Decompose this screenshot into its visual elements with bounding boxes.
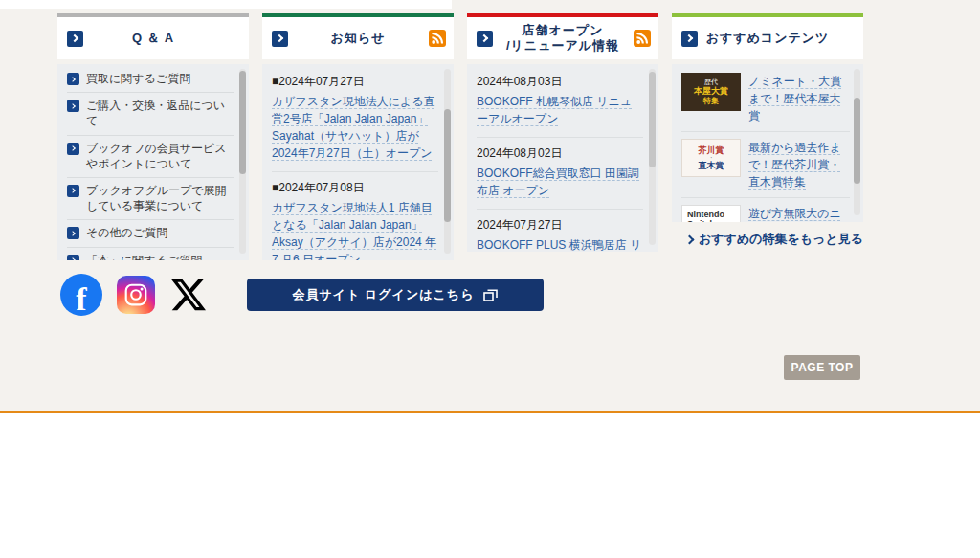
- qa-title: Q ＆ A: [57, 31, 249, 46]
- recommended-link[interactable]: 遊び方無限大のニンテンドースイッチソフト特集: [748, 205, 850, 222]
- news-date: ■2024年07月08日: [272, 180, 438, 196]
- page: Q ＆ A 買取に関するご質問 ご購入・交換・返品について ブックオフの会員サー…: [0, 0, 980, 558]
- scrollbar-thumb[interactable]: [854, 98, 860, 184]
- store-info-title: 店舗オープン /リニューアル情報: [467, 23, 658, 55]
- store-info-link[interactable]: BOOKOFF PLUS 横浜鴨居店 リニューアルオープン: [477, 236, 643, 252]
- chevron-right-icon: [67, 227, 79, 239]
- page-top-button[interactable]: PAGE TOP: [784, 355, 860, 380]
- footer: BOOK•OFF Group サイトマップ ブックオフグループホールディングス株…: [0, 413, 980, 558]
- chevron-right-icon: [685, 235, 695, 245]
- rss-icon[interactable]: [634, 30, 651, 51]
- top-white-strip: [0, 0, 452, 9]
- qa-link[interactable]: ご購入・交換・返品について: [67, 93, 234, 135]
- recommended-header[interactable]: おすすめコンテンツ: [672, 17, 863, 59]
- store-info-date: 2024年08月02日: [477, 145, 643, 162]
- external-link-icon: [483, 289, 498, 301]
- store-info-header[interactable]: 店舗オープン /リニューアル情報: [467, 17, 658, 59]
- store-info-link[interactable]: BOOKOFF 札幌琴似店 リニューアルオープン: [477, 93, 643, 127]
- x-icon[interactable]: [169, 276, 208, 314]
- panel-recommended: おすすめコンテンツ 歴代 本屋大賞 特集 ノミネート・大賞まで！歴代本屋大賞 芥…: [672, 13, 863, 260]
- store-info-list: 2024年08月03日 BOOKOFF 札幌琴似店 リニューアルオープン 202…: [467, 64, 658, 252]
- news-item: ■2024年07月27日 カザフスタン現地法人による直営2号店「Jalan Ja…: [272, 66, 438, 172]
- news-item: ■2024年07月08日 カザフスタン現地法人1 店舗目となる「Jalan Ja…: [272, 172, 438, 260]
- social-links: f: [60, 274, 208, 316]
- scrollbar-thumb[interactable]: [444, 109, 451, 222]
- qa-link[interactable]: ブックオフの会員サービスやポイントについて: [67, 136, 234, 178]
- member-login-button[interactable]: 会員サイト ログインはこちら: [247, 279, 544, 311]
- recommended-title: おすすめコンテンツ: [672, 31, 863, 46]
- store-info-item: 2024年07月27日 BOOKOFF PLUS 横浜鴨居店 リニューアルオープ…: [477, 210, 643, 252]
- panel-news: お知らせ ■2024年07月27日 カザフスタン現地法人による直営2号店「Jal…: [262, 13, 454, 260]
- recommended-item: Nintendo Switch ソフト 遊び方無限大のニンテンドースイッチソフト…: [681, 198, 850, 222]
- chevron-right-icon: [67, 73, 79, 85]
- chevron-right-icon: [681, 31, 698, 47]
- recommended-link[interactable]: ノミネート・大賞まで！歴代本屋大賞: [748, 73, 850, 124]
- news-link[interactable]: カザフスタン現地法人による直営2号店「Jalan Jalan Japan」Say…: [272, 93, 438, 162]
- news-date: ■2024年07月27日: [272, 74, 438, 90]
- store-info-item: 2024年08月02日 BOOKOFF総合買取窓口 田園調布店 オープン: [477, 138, 643, 210]
- panel-qa: Q ＆ A 買取に関するご質問 ご購入・交換・返品について ブックオフの会員サー…: [57, 13, 249, 260]
- thumbnail-nintendo-switch[interactable]: Nintendo Switch ソフト: [681, 205, 741, 222]
- recommended-item: 芥川賞 ・ 直木賞 最新から過去作まで！歴代芥川賞・直木賞特集: [681, 132, 850, 198]
- store-info-link[interactable]: BOOKOFF総合買取窓口 田園調布店 オープン: [477, 165, 643, 199]
- store-info-item: 2024年08月03日 BOOKOFF 札幌琴似店 リニューアルオープン: [477, 66, 643, 138]
- recommended-list: 歴代 本屋大賞 特集 ノミネート・大賞まで！歴代本屋大賞 芥川賞 ・ 直木賞 最…: [672, 64, 863, 222]
- scrollbar-track[interactable]: [649, 69, 656, 245]
- thumbnail-akutagawa-naoki[interactable]: 芥川賞 ・ 直木賞: [681, 139, 741, 177]
- scrollbar-track[interactable]: [854, 69, 860, 215]
- recommended-link[interactable]: 最新から過去作まで！歴代芥川賞・直木賞特集: [748, 139, 850, 190]
- chevron-right-icon: [272, 31, 288, 47]
- store-info-date: 2024年07月27日: [477, 217, 643, 234]
- qa-header[interactable]: Q ＆ A: [57, 17, 249, 59]
- chevron-right-icon: [67, 185, 79, 197]
- info-columns: Q ＆ A 買取に関するご質問 ご購入・交換・返品について ブックオフの会員サー…: [57, 13, 863, 260]
- news-link[interactable]: カザフスタン現地法人1 店舗目となる「Jalan Jalan Japan」Aks…: [272, 199, 438, 260]
- scrollbar-track[interactable]: [444, 69, 451, 254]
- store-info-date: 2024年08月03日: [477, 74, 643, 90]
- qa-link[interactable]: その他のご質問: [67, 220, 234, 247]
- chevron-right-icon: [477, 31, 493, 47]
- news-header[interactable]: お知らせ: [262, 17, 454, 59]
- panel-store-info: 店舗オープン /リニューアル情報 2024年08月03日 BOOKOFF 札幌琴…: [467, 13, 658, 260]
- news-title: お知らせ: [262, 31, 454, 46]
- scrollbar-thumb[interactable]: [239, 71, 246, 174]
- qa-link[interactable]: 買取に関するご質問: [67, 66, 234, 93]
- news-list: ■2024年07月27日 カザフスタン現地法人による直営2号店「Jalan Ja…: [262, 64, 454, 260]
- scrollbar-track[interactable]: [239, 69, 246, 254]
- chevron-right-icon: [67, 255, 79, 261]
- recommended-item: 歴代 本屋大賞 特集 ノミネート・大賞まで！歴代本屋大賞: [681, 66, 850, 132]
- facebook-icon[interactable]: f: [60, 274, 102, 316]
- chevron-right-icon: [67, 31, 83, 47]
- qa-link[interactable]: ブックオフグループで展開している事業について: [67, 178, 234, 220]
- scrollbar-thumb[interactable]: [649, 72, 656, 167]
- more-recommendations-link[interactable]: おすすめの特集をもっと見る: [672, 231, 863, 248]
- qa-link[interactable]: 「本」に関するご質問: [67, 248, 234, 261]
- instagram-icon[interactable]: [117, 276, 155, 314]
- rss-icon[interactable]: [429, 30, 446, 51]
- qa-list: 買取に関するご質問 ご購入・交換・返品について ブックオフの会員サービスやポイン…: [57, 64, 249, 260]
- chevron-right-icon: [67, 143, 79, 155]
- chevron-right-icon: [67, 100, 79, 112]
- thumbnail-honya-taisho[interactable]: 歴代 本屋大賞 特集: [681, 73, 741, 111]
